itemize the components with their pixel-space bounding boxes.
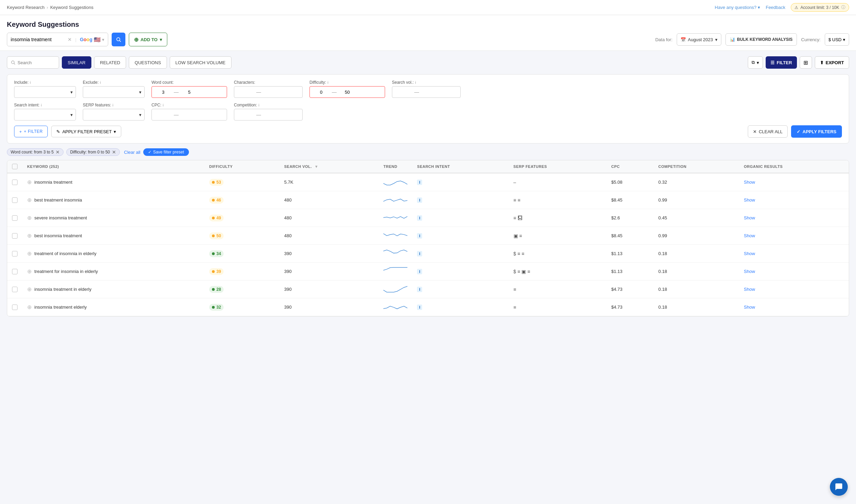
cpc-info-icon[interactable]: i bbox=[163, 103, 164, 107]
check-icon: ✓ bbox=[797, 129, 800, 134]
tabs-right: ⧉ ▾ ☰ FILTER ⊞ ⬆ EXPORT bbox=[748, 56, 849, 69]
breadcrumb-keyword-research[interactable]: Keyword Research bbox=[7, 5, 45, 10]
tabs-left: SIMILAR RELATED QUESTIONS LOW SEARCH VOL… bbox=[7, 56, 232, 69]
apply-filters-btn[interactable]: ✓ APPLY FILTERS bbox=[791, 125, 842, 138]
serp-features-cell: $ ≡ ▣ ≡ bbox=[509, 263, 607, 280]
col-difficulty[interactable]: DIFFICULTY bbox=[204, 160, 279, 173]
show-organic-link[interactable]: Show bbox=[744, 180, 755, 185]
add-keyword-icon[interactable]: ⊕ bbox=[27, 197, 32, 203]
keyword-search-input[interactable] bbox=[11, 37, 66, 42]
competition-to-input[interactable] bbox=[263, 112, 280, 117]
row-checkbox[interactable] bbox=[12, 233, 18, 239]
save-filter-preset-btn[interactable]: ✓ Save filter preset bbox=[143, 148, 189, 156]
row-checkbox[interactable] bbox=[12, 197, 18, 203]
row-checkbox[interactable] bbox=[12, 251, 18, 256]
tab-similar[interactable]: SIMILAR bbox=[62, 56, 91, 69]
show-organic-link[interactable]: Show bbox=[744, 215, 755, 220]
add-keyword-icon[interactable]: ⊕ bbox=[27, 215, 32, 221]
characters-from-input[interactable] bbox=[237, 90, 254, 95]
show-organic-link[interactable]: Show bbox=[744, 269, 755, 274]
show-organic-link[interactable]: Show bbox=[744, 251, 755, 256]
remove-difficulty-tag[interactable]: ✕ bbox=[112, 150, 116, 154]
competition-from-input[interactable] bbox=[237, 112, 254, 117]
difficulty-info-icon[interactable]: i bbox=[327, 80, 328, 84]
export-btn[interactable]: ⬆ EXPORT bbox=[815, 56, 849, 69]
add-to-btn[interactable]: ⊕ ADD TO ▾ bbox=[129, 33, 167, 46]
tab-related[interactable]: RELATED bbox=[94, 56, 126, 69]
apply-preset-btn[interactable]: ✎ APPLY FILTER PRESET ▾ bbox=[51, 126, 121, 137]
tab-low-volume[interactable]: LOW SEARCH VOLUME bbox=[170, 56, 232, 69]
col-keyword[interactable]: KEYWORD (252) bbox=[22, 160, 204, 173]
characters-to-input[interactable] bbox=[263, 90, 280, 95]
have-questions-btn[interactable]: Have any questions? ▾ bbox=[715, 5, 760, 10]
cpc-to-input[interactable] bbox=[181, 112, 198, 117]
searchvol-info-icon[interactable]: i bbox=[415, 80, 416, 84]
show-organic-link[interactable]: Show bbox=[744, 287, 755, 292]
exclude-info-icon[interactable]: i bbox=[100, 80, 101, 84]
col-cpc[interactable]: CPC bbox=[606, 160, 653, 173]
serp-features-select[interactable]: ▾ bbox=[83, 109, 145, 121]
keyword-filter-input[interactable] bbox=[18, 60, 55, 65]
col-search-vol[interactable]: SEARCH VOL. ▼ bbox=[279, 160, 379, 173]
include-info-icon[interactable]: i bbox=[30, 80, 31, 84]
organic-results-cell: Show bbox=[739, 173, 849, 191]
add-keyword-icon[interactable]: ⊕ bbox=[27, 232, 32, 239]
clear-all-x-icon: ✕ bbox=[753, 129, 757, 134]
competition-info-icon[interactable]: i bbox=[258, 103, 259, 107]
searchvol-from-input[interactable] bbox=[395, 90, 412, 95]
clear-all-filters-btn[interactable]: ✕ CLEAR ALL bbox=[748, 125, 788, 138]
info-icon[interactable]: ⓘ bbox=[841, 4, 845, 10]
word-count-from-input[interactable]: 3 bbox=[155, 90, 172, 95]
sort-icon: ▼ bbox=[314, 164, 318, 169]
keyword-text: treatment of insomnia in elderly bbox=[34, 251, 97, 256]
filter-actions-right: ✕ CLEAR ALL ✓ APPLY FILTERS bbox=[748, 125, 842, 138]
include-select[interactable]: ▾ bbox=[14, 86, 76, 98]
keyword-table: KEYWORD (252) DIFFICULTY SEARCH VOL. ▼ T… bbox=[7, 160, 849, 316]
trend-cell bbox=[379, 191, 412, 209]
add-filter-btn[interactable]: + + FILTER bbox=[14, 126, 48, 137]
add-keyword-icon[interactable]: ⊕ bbox=[27, 179, 32, 185]
search-intent-select[interactable]: ▾ bbox=[14, 109, 76, 121]
date-select-btn[interactable]: 📅 August 2023 ▾ bbox=[677, 33, 721, 46]
col-competition[interactable]: COMPETITION bbox=[654, 160, 739, 173]
select-all-checkbox[interactable] bbox=[12, 164, 18, 169]
searchvol-to-input[interactable] bbox=[421, 90, 438, 95]
view-toggle-btn[interactable]: ⊞ bbox=[800, 56, 812, 69]
currency-chevron-icon: ▾ bbox=[843, 37, 845, 42]
remove-word-count-tag[interactable]: ✕ bbox=[56, 150, 60, 154]
difficulty-to-input[interactable]: 50 bbox=[339, 90, 356, 95]
intent-badge: I bbox=[417, 215, 422, 221]
bulk-keyword-analysis-btn[interactable]: 📊 BULK KEYWORD ANALYSIS bbox=[725, 33, 797, 46]
row-checkbox[interactable] bbox=[12, 269, 18, 274]
word-count-to-input[interactable]: 5 bbox=[181, 90, 198, 95]
row-checkbox[interactable] bbox=[12, 180, 18, 185]
show-organic-link[interactable]: Show bbox=[744, 233, 755, 238]
add-keyword-icon[interactable]: ⊕ bbox=[27, 304, 32, 310]
add-keyword-icon[interactable]: ⊕ bbox=[27, 250, 32, 257]
row-checkbox[interactable] bbox=[12, 287, 18, 292]
tab-questions[interactable]: QUESTIONS bbox=[129, 56, 167, 69]
copy-btn[interactable]: ⧉ ▾ bbox=[748, 56, 763, 69]
filter-panel-btn[interactable]: ☰ FILTER bbox=[766, 56, 797, 69]
feedback-btn[interactable]: Feedback bbox=[766, 5, 785, 10]
show-organic-link[interactable]: Show bbox=[744, 197, 755, 203]
difficulty-value: 34 bbox=[216, 251, 221, 256]
search-submit-btn[interactable] bbox=[112, 33, 125, 46]
cpc-from-input[interactable] bbox=[155, 112, 172, 117]
clear-search-icon[interactable]: ✕ bbox=[68, 37, 72, 42]
search-engine-selector[interactable]: Goog 🇺🇸 ▾ bbox=[80, 36, 104, 43]
row-checkbox[interactable] bbox=[12, 215, 18, 221]
add-keyword-icon[interactable]: ⊕ bbox=[27, 268, 32, 275]
show-organic-link[interactable]: Show bbox=[744, 305, 755, 310]
row-checkbox[interactable] bbox=[12, 305, 18, 310]
difficulty-from-input[interactable]: 0 bbox=[313, 90, 330, 95]
keyword-text: best insomnia treatment bbox=[34, 233, 82, 238]
clear-all-tags-link[interactable]: Clear all bbox=[124, 150, 140, 155]
filter-actions-left: + + FILTER ✎ APPLY FILTER PRESET ▾ bbox=[14, 126, 121, 137]
serp-info-icon[interactable]: i bbox=[113, 103, 113, 107]
searchintent-info-icon[interactable]: i bbox=[41, 103, 42, 107]
checkbox-header[interactable] bbox=[7, 160, 22, 173]
add-keyword-icon[interactable]: ⊕ bbox=[27, 286, 32, 293]
currency-select-btn[interactable]: $ USD ▾ bbox=[825, 33, 849, 46]
exclude-select[interactable]: ▾ bbox=[83, 86, 145, 98]
